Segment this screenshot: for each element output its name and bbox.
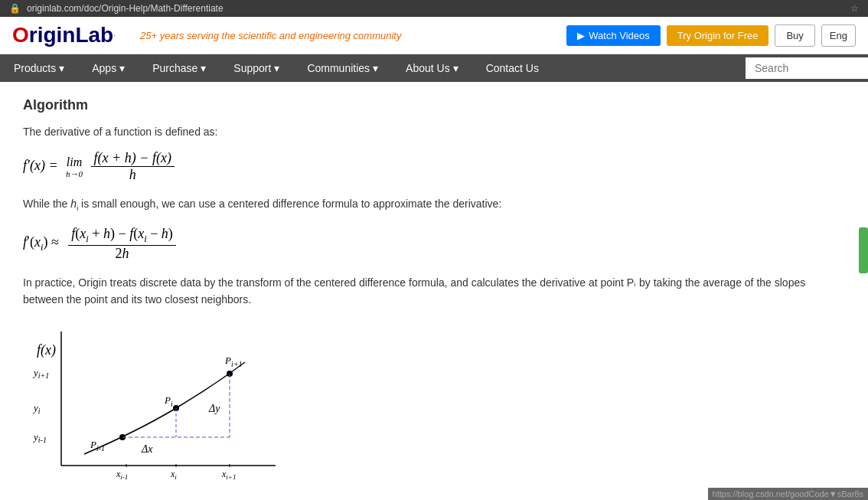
play-icon: ▶ (577, 30, 585, 41)
nav-purchase[interactable]: Purchase ▾ (139, 54, 220, 82)
nav-support-arrow: ▾ (274, 62, 279, 74)
formula-2: f′(xi) ≈ f(xi + h) − f(xi − h) 2h (23, 226, 819, 262)
svg-text:f(x): f(x) (37, 342, 56, 358)
nav-apps[interactable]: Apps ▾ (78, 54, 139, 82)
nav-purchase-arrow: ▾ (201, 62, 206, 74)
watch-videos-button[interactable]: ▶ Watch Videos (566, 25, 661, 46)
nav-aboutus-label: About Us (406, 62, 450, 74)
svg-text:xi: xi (170, 469, 177, 481)
svg-text:yi+1: yi+1 (32, 367, 49, 380)
top-bar-right: ▶ Watch Videos Try Origin for Free Buy E… (566, 25, 856, 47)
derivative-chart: f(x) Pi-1 Pi Pi+1 yi+1 yi yi-1 Δy (23, 324, 283, 485)
nav-bar: Products ▾ Apps ▾ Purchase ▾ Support ▾ C… (0, 54, 868, 82)
nav-communities[interactable]: Communities ▾ (293, 54, 392, 82)
formula-1: f′(x) = lim h→0 f(x + h) − f(x) h (23, 150, 819, 183)
svg-text:Δy: Δy (208, 403, 220, 414)
nav-apps-arrow: ▾ (119, 62, 125, 74)
language-button[interactable]: Eng (821, 25, 856, 47)
nav-communities-arrow: ▾ (373, 62, 378, 74)
nav-aboutus-arrow: ▾ (453, 62, 458, 74)
para-2: While the hi is small enough, we can use… (23, 195, 819, 214)
search-input[interactable] (746, 57, 868, 79)
nav-support-label: Support (233, 62, 271, 74)
try-origin-button[interactable]: Try Origin for Free (667, 25, 769, 46)
svg-text:Δx: Δx (141, 443, 153, 455)
footer-url: https://blog.csdn.net/goodCode▼sBar8s (708, 488, 868, 500)
logo-rest: riginLab (29, 23, 113, 47)
scrollbar-indicator[interactable] (859, 227, 868, 273)
logo[interactable]: O riginLab · (12, 23, 116, 47)
para-3: In practice, Origin treats discrete data… (23, 274, 819, 309)
browser-star: ☆ (850, 3, 859, 14)
top-bar: O riginLab · 25+ years serving the scien… (0, 17, 868, 54)
top-bar-left: O riginLab · 25+ years serving the scien… (12, 23, 401, 47)
nav-apps-label: Apps (92, 62, 116, 74)
nav-contactus[interactable]: Contact Us (472, 54, 553, 82)
nav-support[interactable]: Support ▾ (220, 54, 293, 82)
nav-products-label: Products (14, 62, 56, 74)
chart-container: f(x) Pi-1 Pi Pi+1 yi+1 yi yi-1 Δy (23, 324, 283, 485)
svg-text:yi-1: yi-1 (32, 431, 47, 444)
svg-text:xi-1: xi-1 (116, 469, 128, 481)
section-title: Algorithm (23, 97, 819, 113)
nav-purchase-label: Purchase (152, 62, 197, 74)
svg-text:Pi+1: Pi+1 (224, 355, 242, 368)
nav-contactus-label: Contact Us (486, 62, 539, 74)
svg-text:Pi: Pi (164, 394, 173, 408)
formula-1-text: f′(x) = lim h→0 f(x + h) − f(x) h (23, 158, 175, 173)
url-bar: originlab.com/doc/Origin-Help/Math-Diffe… (27, 3, 224, 14)
browser-bar: 🔒 originlab.com/doc/Origin-Help/Math-Dif… (0, 0, 868, 17)
nav-aboutus[interactable]: About Us ▾ (392, 54, 472, 82)
lock-icon: 🔒 (9, 3, 21, 14)
nav-communities-label: Communities (307, 62, 370, 74)
logo-o: O (12, 23, 29, 47)
nav-products[interactable]: Products ▾ (0, 54, 78, 82)
logo-tm: · (113, 31, 116, 40)
svg-text:xi+1: xi+1 (221, 469, 236, 481)
tagline: 25+ years serving the scientific and eng… (140, 30, 401, 41)
svg-text:yi: yi (32, 402, 41, 415)
buy-button[interactable]: Buy (775, 25, 814, 47)
para-1: The derivative of a function is defined … (23, 126, 819, 138)
nav-products-arrow: ▾ (59, 62, 64, 74)
main-content: Algorithm The derivative of a function i… (0, 82, 842, 500)
